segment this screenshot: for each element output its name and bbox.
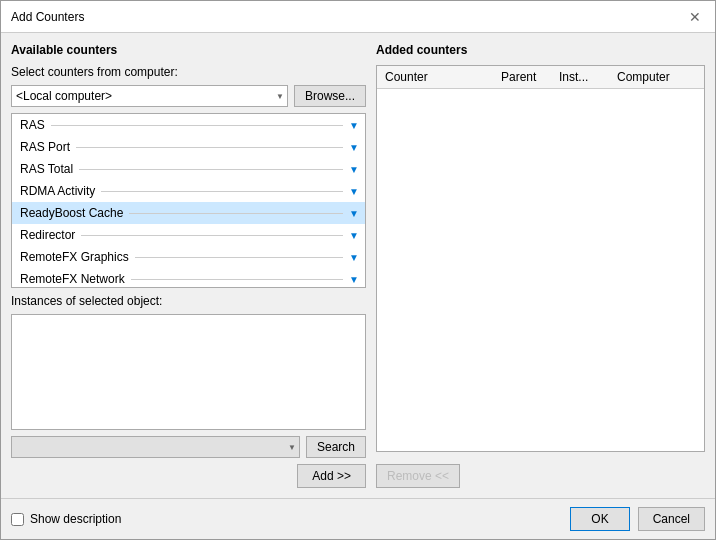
remove-button[interactable]: Remove <<	[376, 464, 460, 488]
add-row: Add >>	[11, 464, 366, 488]
computer-label: Select counters from computer:	[11, 65, 366, 79]
browse-button[interactable]: Browse...	[294, 85, 366, 107]
dialog-body: Available counters Select counters from …	[1, 33, 715, 498]
left-panel: Available counters Select counters from …	[11, 43, 366, 488]
instances-label: Instances of selected object:	[11, 294, 366, 308]
right-panel: Added counters Counter Parent Inst... Co…	[376, 43, 705, 488]
search-select-wrapper	[11, 436, 300, 458]
counters-list-wrapper: RAS ▼ RAS Port ▼ RAS Total ▼ RDMA Activi…	[11, 113, 366, 288]
available-counters-title: Available counters	[11, 43, 366, 57]
search-button[interactable]: Search	[306, 436, 366, 458]
cancel-button[interactable]: Cancel	[638, 507, 705, 531]
show-description-checkbox[interactable]	[11, 513, 24, 526]
list-item[interactable]: ReadyBoost Cache ▼	[12, 202, 365, 224]
dialog-title: Add Counters	[11, 10, 84, 24]
add-button[interactable]: Add >>	[297, 464, 366, 488]
col-computer: Computer	[613, 68, 700, 86]
remove-row: Remove <<	[376, 464, 705, 488]
dialog-footer: Show description OK Cancel	[1, 498, 715, 539]
computer-select[interactable]: <Local computer>	[11, 85, 288, 107]
show-description-label[interactable]: Show description	[30, 512, 121, 526]
list-item[interactable]: RemoteFX Graphics ▼	[12, 246, 365, 268]
added-counters-title: Added counters	[376, 43, 705, 57]
counters-list[interactable]: RAS ▼ RAS Port ▼ RAS Total ▼ RDMA Activi…	[11, 113, 366, 288]
added-counters-table[interactable]: Counter Parent Inst... Computer	[376, 65, 705, 452]
list-item[interactable]: RAS Port ▼	[12, 136, 365, 158]
computer-select-wrapper: <Local computer>	[11, 85, 288, 107]
search-row: Search	[11, 436, 366, 458]
computer-select-row: <Local computer> Browse...	[11, 85, 366, 107]
ok-button[interactable]: OK	[570, 507, 629, 531]
add-counters-dialog: Add Counters ✕ Available counters Select…	[0, 0, 716, 540]
list-item[interactable]: RAS ▼	[12, 114, 365, 136]
col-parent: Parent	[497, 68, 555, 86]
list-item[interactable]: RemoteFX Network ▼	[12, 268, 365, 288]
list-item[interactable]: RAS Total ▼	[12, 158, 365, 180]
instances-box[interactable]	[11, 314, 366, 430]
footer-buttons: OK Cancel	[570, 507, 705, 531]
list-item[interactable]: RDMA Activity ▼	[12, 180, 365, 202]
close-button[interactable]: ✕	[685, 7, 705, 27]
show-description-row: Show description	[11, 512, 121, 526]
col-counter: Counter	[381, 68, 497, 86]
col-instance: Inst...	[555, 68, 613, 86]
search-input[interactable]	[11, 436, 300, 458]
table-header: Counter Parent Inst... Computer	[377, 66, 704, 89]
list-item[interactable]: Redirector ▼	[12, 224, 365, 246]
title-bar: Add Counters ✕	[1, 1, 715, 33]
